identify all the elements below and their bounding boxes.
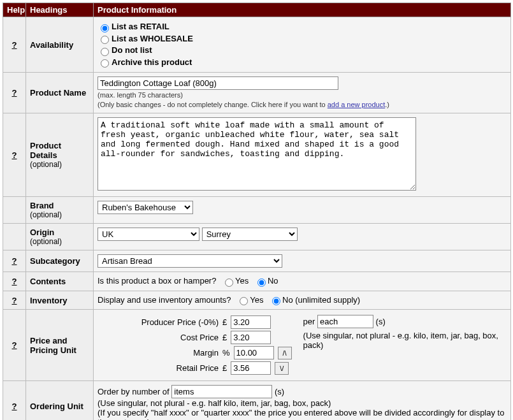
help-link-inventory[interactable]: ?: [12, 296, 17, 305]
brand-select[interactable]: Ruben's Bakehouse: [98, 201, 193, 214]
help-link-subcategory[interactable]: ?: [12, 256, 17, 266]
label-margin: Margin: [98, 348, 219, 358]
currency-3: £: [222, 363, 227, 373]
label-inventory-no: No (unlimited supply): [282, 295, 360, 305]
help-link-productname[interactable]: ?: [12, 88, 17, 98]
ordering-hint2: (If you specify "half xxxx" or "quarter …: [98, 408, 507, 420]
cost-price-input[interactable]: [231, 331, 271, 344]
label-wholesale: List as WHOLESALE: [112, 34, 193, 43]
radio-inventory-yes[interactable]: [240, 297, 248, 305]
label-retail-price: Retail Price: [98, 363, 219, 373]
origin-region-select[interactable]: Surrey: [202, 228, 298, 241]
producer-price-input[interactable]: [231, 315, 271, 329]
currency-1: £: [222, 317, 227, 327]
heading-productname: Product Name: [26, 73, 94, 113]
heading-availability: Availability: [26, 17, 94, 73]
heading-pricing: Price and Pricing Unit: [26, 310, 94, 381]
optional-brand: (optional): [30, 210, 89, 219]
label-contents-yes: Yes: [235, 276, 249, 286]
radio-contents-yes[interactable]: [225, 279, 233, 287]
header-headings: Headings: [26, 3, 94, 17]
radio-inventory-no[interactable]: [272, 297, 280, 305]
header-product-info: Product Information: [94, 3, 511, 17]
ordering-suffix: (s): [275, 387, 284, 396]
retail-price-input[interactable]: [231, 361, 271, 375]
label-archive: Archive this product: [112, 57, 192, 67]
label-inventory-yes: Yes: [250, 295, 263, 305]
note-maxlen: (max. length 75 characters): [98, 91, 183, 99]
add-new-product-link[interactable]: add a new product: [328, 101, 386, 108]
ordering-hint1: (Use singular, not plural - e.g. half ki…: [98, 398, 507, 408]
label-donotlist: Do not list: [112, 45, 152, 55]
label-cost-price: Cost Price: [98, 333, 219, 342]
margin-down-button[interactable]: \/: [275, 362, 289, 375]
radio-donotlist[interactable]: [101, 48, 109, 56]
radio-archive[interactable]: [101, 59, 109, 68]
product-name-input[interactable]: [98, 76, 338, 90]
ordering-prefix: Order by number of: [98, 387, 170, 396]
optional-origin: (optional): [30, 237, 89, 246]
inventory-question: Display and use inventory amounts?: [98, 295, 231, 305]
help-link-contents[interactable]: ?: [12, 277, 17, 286]
help-link-pricing[interactable]: ?: [12, 340, 17, 350]
heading-origin: Origin: [30, 228, 54, 237]
label-producer-price: Producer Price (-0%): [98, 317, 219, 327]
contents-question: Is this product a box or hamper?: [98, 276, 216, 286]
per-suffix: (s): [376, 317, 386, 326]
label-retail: List as RETAIL: [112, 22, 170, 31]
help-link-productdetails[interactable]: ?: [12, 150, 17, 160]
currency-2: £: [222, 333, 227, 342]
help-link-ordering[interactable]: ?: [12, 402, 17, 411]
unit-hint: (Use singular, not plural - e.g. kilo, i…: [303, 331, 507, 350]
heading-productdetails: Product Details: [30, 141, 61, 160]
pricing-unit-input[interactable]: [317, 315, 373, 328]
radio-contents-no[interactable]: [257, 279, 266, 287]
radio-wholesale[interactable]: [101, 36, 109, 44]
per-prefix: per: [303, 317, 315, 326]
ordering-unit-input[interactable]: [171, 385, 272, 398]
heading-ordering: Ordering Unit: [26, 381, 94, 420]
subcategory-select[interactable]: Artisan Bread: [98, 254, 282, 268]
percent-sym: %: [222, 348, 230, 358]
header-help: Help: [3, 3, 26, 17]
origin-country-select[interactable]: UK: [98, 228, 199, 241]
heading-contents: Contents: [26, 272, 94, 291]
product-form-table: Help Headings Product Information ? Avai…: [3, 3, 511, 420]
margin-up-button[interactable]: /\: [278, 347, 292, 359]
margin-input[interactable]: [234, 346, 274, 359]
product-details-textarea[interactable]: [98, 117, 416, 191]
radio-retail[interactable]: [101, 24, 109, 33]
heading-inventory: Inventory: [26, 291, 94, 310]
help-link-availability[interactable]: ?: [12, 40, 17, 50]
optional-productdetails: (optional): [30, 160, 89, 169]
label-contents-no: No: [268, 276, 278, 286]
heading-subcategory: Subcategory: [26, 250, 94, 272]
note-basic-changes: (Only basic changes - do not completely …: [98, 101, 389, 108]
heading-brand: Brand: [30, 201, 54, 210]
